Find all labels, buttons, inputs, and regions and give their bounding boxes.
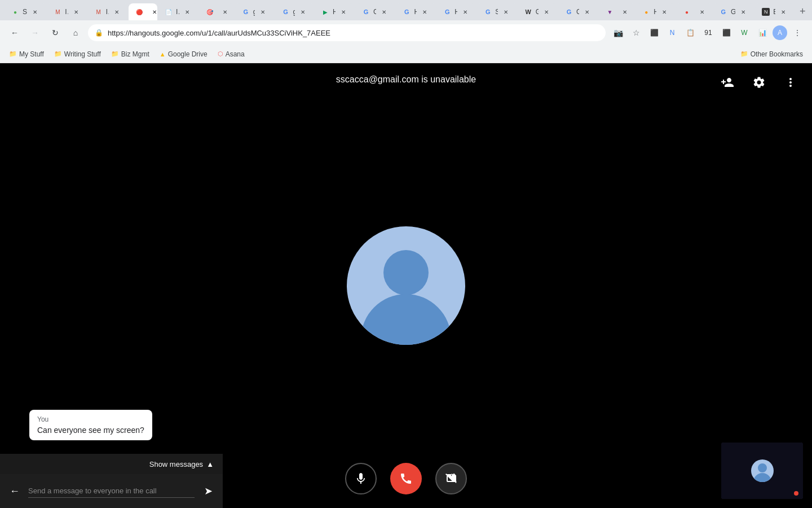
mini-avatar (751, 459, 774, 482)
url-bar[interactable]: 🔒 https://hangouts.google.com/u/1/call/a… (88, 24, 606, 41)
tab-label-hang4: Han... (654, 8, 656, 16)
tab-goog4[interactable]: G Goo... ✕ (558, 3, 598, 20)
chrome-menu-button[interactable]: ⋮ (789, 25, 805, 41)
back-button[interactable]: ← (7, 25, 23, 41)
tab-wgoo[interactable]: W Goo... ✕ (518, 3, 558, 20)
tab-edit[interactable]: N Edit... ✕ (755, 3, 795, 20)
tab-inbox1[interactable]: M Inco... ✕ (47, 3, 87, 20)
tab-favicon-the1: ▼ (606, 8, 614, 16)
mini-preview-window[interactable] (721, 443, 803, 499)
tab-close-top[interactable]: ✕ (220, 7, 230, 16)
recording-indicator (794, 491, 798, 496)
tab-close-goog2[interactable]: ✕ (298, 7, 307, 16)
bookmark-writing-stuff[interactable]: 📁 Writing Stuff (50, 47, 105, 61)
avatar-head (383, 250, 429, 295)
tab-favicon-hang1: ▶ (321, 8, 329, 16)
bookmark-google-drive[interactable]: ▲ Google Drive (155, 47, 212, 61)
tab-inbox2[interactable]: M Inbo... ✕ (88, 3, 129, 20)
tab-the1[interactable]: ▼ The ✕ (599, 3, 635, 20)
tab-close-the2[interactable]: ✕ (698, 7, 707, 16)
end-call-button[interactable] (390, 463, 422, 494)
tab-close-goog1[interactable]: ✕ (258, 7, 267, 16)
tab-label-suza: Suza... (23, 8, 27, 16)
contact-avatar (347, 226, 465, 345)
new-tab-button[interactable]: + (797, 3, 807, 19)
bookmark-my-stuff[interactable]: 📁 My Stuff (5, 47, 48, 61)
tab-gsu[interactable]: G G Su... ✕ (713, 3, 754, 20)
bookmark-biz-mgmt[interactable]: 📁 Biz Mgmt (107, 47, 154, 61)
tab-goog2[interactable]: G goo... ✕ (275, 3, 314, 20)
tab-label-edit: Edit... (773, 8, 775, 16)
tab-close-inbox1[interactable]: ✕ (72, 7, 81, 16)
avatar-body (361, 294, 451, 345)
folder-icon-my-stuff: 📁 (9, 50, 17, 58)
tab-close-wgoo[interactable]: ✕ (542, 7, 551, 16)
drive-icon: ▲ (160, 51, 166, 58)
extension-icon7[interactable]: 📊 (754, 25, 770, 41)
tab-goog3[interactable]: G Goo... ✕ (355, 3, 395, 20)
tab-hang3[interactable]: G Han... ✕ (436, 3, 476, 20)
add-person-button[interactable] (717, 72, 738, 93)
video-toggle-button[interactable] (435, 463, 467, 494)
extension-icon4[interactable]: 91 (700, 25, 716, 41)
other-bookmarks[interactable]: 📁 Other Bookmarks (736, 47, 807, 61)
tab-close-edit[interactable]: ✕ (779, 7, 788, 16)
folder-icon-biz: 📁 (111, 50, 119, 58)
tab-top[interactable]: 🎯 Top ✕ (199, 3, 235, 20)
forward-button[interactable]: → (27, 25, 43, 41)
settings-button[interactable] (749, 72, 769, 93)
tab-label-star: Star... (495, 8, 498, 16)
send-message-button[interactable]: ➤ (200, 483, 216, 499)
tab-favicon-suza: ● (11, 8, 19, 16)
tab-hangouts-active[interactable]: 🔴 ✕ (129, 3, 157, 20)
tab-suza[interactable]: ● Suza... ✕ (5, 3, 46, 20)
tab-label-wgoo: Goo... (536, 8, 539, 16)
tab-label-inbox2: Inbo... (106, 8, 109, 16)
tab-close-goog4[interactable]: ✕ (582, 7, 592, 16)
show-messages-button[interactable]: Show messages ▲ (149, 460, 214, 468)
extension-icon5[interactable]: ⬛ (718, 25, 734, 41)
extension-icon2[interactable]: N (664, 25, 680, 41)
tab-close-goog3[interactable]: ✕ (379, 7, 389, 16)
tab-close-hang1[interactable]: ✕ (339, 7, 348, 16)
tab-label-goog4: Goo... (576, 8, 579, 16)
tab-close-hang2[interactable]: ✕ (420, 7, 429, 16)
mini-avatar-head (758, 463, 767, 472)
bookmark-asana[interactable]: ⬡ Asana (213, 47, 249, 61)
reload-button[interactable]: ↻ (47, 25, 63, 41)
tab-close-hang3[interactable]: ✕ (461, 7, 470, 16)
tab-star[interactable]: G Star... ✕ (477, 3, 517, 20)
tab-close-inbox2[interactable]: ✕ (112, 7, 121, 16)
extension-icon6[interactable]: W (736, 25, 752, 41)
extension-icon1[interactable]: ⬛ (646, 25, 662, 41)
tab-close-suza[interactable]: ✕ (30, 7, 39, 16)
more-options-button[interactable] (780, 72, 801, 93)
other-bookmarks-label: Other Bookmarks (751, 50, 803, 58)
tab-close-hangouts[interactable]: ✕ (150, 7, 157, 16)
profile-avatar[interactable]: A (773, 25, 787, 40)
tab-hang2[interactable]: G Han... ✕ (396, 3, 436, 20)
back-arrow-button[interactable]: ← (7, 483, 23, 499)
extension-icon3[interactable]: 📋 (682, 25, 698, 41)
tab-the2[interactable]: ● The ✕ (676, 3, 712, 20)
home-button[interactable]: ⌂ (68, 25, 83, 41)
message-input-field[interactable] (28, 484, 195, 498)
chevron-up-icon: ▲ (206, 460, 214, 468)
tab-close-inpr[interactable]: ✕ (183, 7, 192, 16)
tab-goog1[interactable]: G goo... ✕ (235, 3, 275, 20)
screen-share-icon[interactable]: 📷 (610, 25, 626, 41)
tab-favicon-edit: N (762, 8, 770, 16)
tab-close-gsu[interactable]: ✕ (739, 7, 748, 16)
bookmark-icon[interactable]: ☆ (628, 25, 644, 41)
tab-close-hang4[interactable]: ✕ (660, 7, 669, 16)
tab-close-the1[interactable]: ✕ (620, 7, 629, 16)
mute-button[interactable] (345, 463, 377, 494)
tab-inpr[interactable]: 📄 In pr... ✕ (158, 3, 198, 20)
mini-avatar-body (753, 473, 771, 482)
tab-label-gsu: G Su... (731, 8, 735, 16)
tab-close-star[interactable]: ✕ (501, 7, 510, 16)
tab-favicon-goog1: G (242, 8, 250, 16)
tab-hang1[interactable]: ▶ Han... ✕ (315, 3, 355, 20)
bookmark-label-biz: Biz Mgmt (121, 50, 149, 58)
tab-hang4[interactable]: ● Han... ✕ (636, 3, 676, 20)
